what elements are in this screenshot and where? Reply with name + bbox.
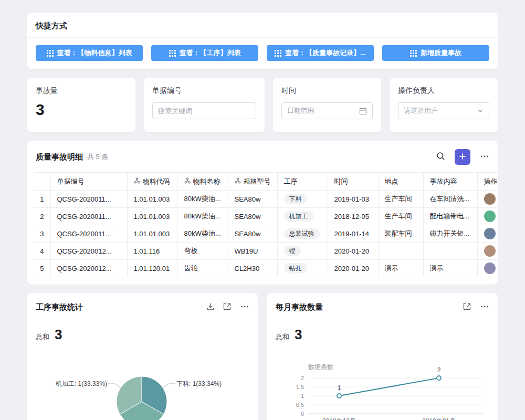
- chart-header: 工序事故统计: [36, 300, 249, 314]
- open-fullscreen-button[interactable]: [223, 302, 232, 312]
- column-label: 操作负责人: [484, 177, 498, 185]
- pie-chart: 机加工: 1(33.33%) 下料: 1(33.34%) 总装试验: 1(33.…: [36, 346, 249, 420]
- column-header-content: 事故内容: [423, 173, 477, 191]
- calendar-icon: [359, 107, 367, 115]
- filter-label: 操作负责人: [398, 86, 489, 96]
- shortcut-label: 查看：【工序】列表: [180, 48, 241, 58]
- search-button[interactable]: [436, 152, 445, 162]
- download-button[interactable]: [206, 302, 215, 312]
- avatar: [484, 211, 496, 222]
- data-point-1[interactable]: [337, 394, 341, 398]
- cell-operator: [477, 208, 498, 225]
- shortcut-button-row: 查看：【物料信息】列表 查看：【工序】列表 查看：【质量事故记录】... 新增质…: [36, 45, 489, 61]
- line-total-row: 总和 3: [276, 327, 489, 343]
- table-row[interactable]: 2 QCSG-2020011... 1.01.01.003 80kW柴油... …: [34, 208, 498, 225]
- open-fullscreen-button[interactable]: [463, 302, 471, 312]
- doc-no-search-input[interactable]: [158, 107, 250, 115]
- external-link-icon: [223, 302, 232, 312]
- total-label: 总和: [36, 332, 49, 342]
- chart-title: 每月事故数量: [276, 302, 323, 312]
- column-label: 物料名称: [193, 177, 220, 186]
- table-scroll-area[interactable]: 单据编号 物料代码 物料名称 规格型号 工序 时间 地点 事故内容 操作负责人 …: [27, 172, 498, 277]
- more-options-button[interactable]: [480, 302, 489, 313]
- y-tick: 1.5: [296, 384, 304, 390]
- cell-operator: [477, 191, 498, 208]
- chart-actions: [463, 302, 489, 313]
- ellipsis-icon: [240, 302, 249, 313]
- cell-process: 总装试验: [277, 225, 328, 243]
- column-label: 规格型号: [244, 177, 271, 186]
- stat-label: 事故量: [36, 86, 127, 96]
- grid-apps-icon: [275, 50, 281, 57]
- external-link-icon: [463, 302, 471, 312]
- column-header-material-code: 物料代码: [127, 173, 177, 191]
- cell-process: 钻孔: [277, 260, 328, 277]
- cell-doc-no: QCSG-2020011...: [50, 225, 127, 243]
- filter-label: 时间: [281, 86, 373, 96]
- process-tag: 钻孔: [284, 263, 307, 274]
- quality-accident-table-card: 质量事故明细 共 5 条: [27, 141, 498, 285]
- table-row[interactable]: 1 QCSG-2020011... 1.01.01.003 80kW柴油... …: [34, 191, 498, 208]
- shortcut-view-material-list-button[interactable]: 查看：【物料信息】列表: [36, 45, 143, 61]
- shortcut-view-process-list-button[interactable]: 查看：【工序】列表: [151, 45, 258, 61]
- more-options-button[interactable]: [480, 152, 489, 163]
- pie-label-line: [163, 384, 175, 388]
- column-header-doc-no: 单据编号: [50, 173, 127, 191]
- table-row[interactable]: 5 QCSG-2020012... 1.01.120.01 齿轮 CL2H30 …: [34, 260, 498, 277]
- grid-apps-icon: [169, 50, 176, 57]
- cell-time: 2019-01-14: [328, 225, 378, 243]
- chart-title: 工序事故统计: [36, 302, 83, 312]
- point-label: 1: [338, 384, 341, 392]
- shortcut-add-quality-accident-button[interactable]: 新增质量事故: [382, 45, 489, 61]
- cell-material-code: 1.01.120.01: [127, 260, 177, 277]
- y-axis-title: 数据条数: [308, 363, 333, 371]
- cell-material-code: 1.01.116: [127, 243, 177, 260]
- time-filter-card: 时间 日期范围: [273, 78, 381, 132]
- cell-material-name: 齿轮: [177, 260, 228, 277]
- cell-content: 配电箱带电...: [423, 208, 477, 225]
- cell-place: 生产车间: [378, 191, 423, 208]
- table-header-bar: 质量事故明细 共 5 条: [27, 149, 498, 172]
- cell-content: [423, 243, 477, 260]
- column-header-operator: 操作负责人: [477, 173, 498, 191]
- process-tag: 总装试验: [284, 228, 320, 239]
- column-header-spec: 规格型号: [228, 173, 277, 191]
- table-actions: [436, 149, 489, 165]
- total-value: 3: [295, 327, 302, 343]
- column-header-material-name: 物料名称: [177, 173, 228, 191]
- row-index: 4: [34, 243, 50, 260]
- add-record-button[interactable]: [455, 149, 470, 165]
- cell-material-name: 80kW柴油...: [177, 225, 228, 243]
- operator-select[interactable]: 请选择用户: [398, 102, 489, 119]
- link-field-icon: [235, 177, 241, 185]
- cell-content: 演示: [423, 260, 477, 277]
- chart-header: 每月事故数量: [276, 300, 489, 314]
- quality-accident-table: 单据编号 物料代码 物料名称 规格型号 工序 时间 地点 事故内容 操作负责人 …: [34, 172, 498, 277]
- filter-label: 单据编号: [152, 86, 256, 96]
- operator-filter-card: 操作负责人 请选择用户: [390, 78, 498, 132]
- row-index: 1: [34, 191, 50, 208]
- row-index: 3: [34, 225, 50, 243]
- cell-time: 2018-12-05: [328, 208, 378, 225]
- cell-spec: WB19U: [228, 243, 277, 260]
- line-chart-area: 数据条数 2 1.5 1 0.5 0: [276, 346, 489, 420]
- table-row[interactable]: 3 QCSG-2020011... 1.01.01.003 80kW柴油... …: [34, 225, 498, 243]
- accident-count-value: 3: [36, 101, 127, 119]
- table-row[interactable]: 4 QCSG-2020012... 1.01.116 弯板 WB19U 镗 20…: [34, 243, 498, 260]
- cell-process: 机加工: [277, 208, 328, 225]
- avatar: [484, 245, 496, 257]
- more-options-button[interactable]: [240, 302, 249, 313]
- link-field-icon: [134, 177, 140, 185]
- shortcut-view-quality-records-button[interactable]: 查看：【质量事故记录】...: [267, 45, 374, 61]
- plus-icon: [459, 153, 466, 162]
- row-index: 2: [34, 208, 50, 225]
- total-value: 3: [55, 327, 62, 343]
- column-label: 工序: [284, 177, 298, 185]
- pie-label-xialiao: 下料: 1(33.34%): [176, 380, 222, 387]
- y-tick: 0: [301, 411, 304, 417]
- pie-label-line: [108, 384, 121, 388]
- pie-chart-area: 机加工: 1(33.33%) 下料: 1(33.34%) 总装试验: 1(33.…: [36, 346, 249, 420]
- shortcut-label: 新增质量事故: [421, 48, 461, 58]
- date-range-picker[interactable]: 日期范围: [281, 102, 373, 119]
- data-point-2[interactable]: [437, 376, 441, 380]
